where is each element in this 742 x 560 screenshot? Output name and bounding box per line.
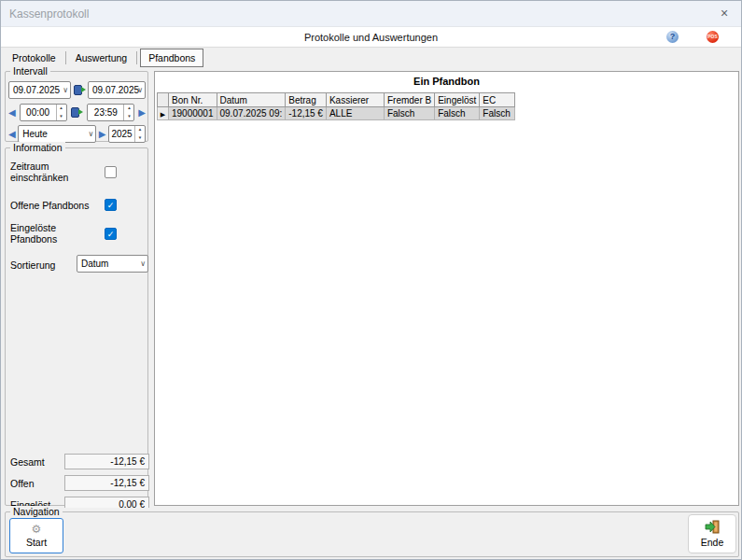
date-to-value: 09.07.2025	[92, 85, 139, 95]
next-period-button[interactable]: ▶	[99, 128, 106, 141]
ende-button[interactable]: Ende	[688, 514, 736, 553]
table-header-row: Bon Nr. Datum Betrag Kassierer Fremder B…	[158, 93, 515, 107]
chevron-down-icon: ∨	[137, 82, 143, 98]
column-header-bon-nr[interactable]: Bon Nr.	[169, 93, 217, 107]
help-icon[interactable]: ?	[666, 31, 679, 43]
spin-down-button[interactable]: ▼	[57, 113, 66, 121]
period-preset-value: Heute	[22, 129, 48, 139]
spinner-buttons[interactable]: ▲ ▼	[134, 126, 145, 142]
time-to-spinner[interactable]: 23:59 ▲ ▼	[87, 104, 134, 121]
window-title: Kassenprotokoll	[9, 7, 89, 21]
zeitraum-row: Zeitraum einschränken	[10, 161, 117, 183]
navigation-group-label: Navigation	[10, 506, 63, 517]
chevron-down-icon: ∨	[63, 82, 68, 98]
pfandbon-panel: Ein Pfandbon Bon Nr. Datum Betrag Kassie…	[154, 71, 739, 506]
spinner-buttons[interactable]: ▲ ▼	[123, 105, 133, 120]
bottom-bar: Navigation ⚙ Start Ende	[1, 508, 741, 560]
sortierung-value: Datum	[81, 259, 108, 269]
intervall-group-label: Intervall	[10, 65, 50, 77]
cell-datum: 09.07.2025 09:	[217, 107, 286, 120]
navigation-group: Navigation ⚙ Start Ende	[5, 511, 739, 557]
offen-field: -12,15 €	[64, 475, 149, 491]
tab-pfandbons[interactable]: Pfandbons	[140, 49, 203, 67]
next-day-button[interactable]: ▶	[138, 106, 146, 119]
row-selector-header	[158, 93, 169, 107]
time-from-value: 00:00	[21, 105, 56, 120]
column-header-betrag[interactable]: Betrag	[286, 93, 327, 107]
preset-row: ◀ Heute ∨ ▶ 2025 ▲ ▼	[8, 125, 146, 143]
information-group-label: Information	[10, 142, 65, 153]
date-from-value: 09.07.2025	[13, 85, 60, 95]
eingeloeste-pfandbons-checkbox[interactable]: ✓	[105, 228, 117, 240]
table-title: Ein Pfandbon	[155, 76, 738, 87]
spin-up-button[interactable]: ▲	[135, 126, 145, 134]
apply-date-icon[interactable]	[73, 84, 86, 96]
spin-up-button[interactable]: ▲	[124, 105, 133, 113]
pos-brand-icon: POS	[707, 31, 719, 43]
year-spinner[interactable]: 2025 ▲ ▼	[108, 125, 146, 143]
title-bar: Kassenprotokoll ×	[1, 1, 741, 27]
app-header: Protokolle und Auswertungen ? POS	[1, 27, 741, 48]
start-button[interactable]: ⚙ Start	[9, 518, 63, 553]
chevron-down-icon: ∨	[88, 126, 93, 142]
tab-bar: Protokolle Auswertung Pfandbons	[1, 48, 741, 68]
date-to-select[interactable]: 09.07.2025 ∨	[88, 81, 146, 99]
column-header-datum[interactable]: Datum	[217, 93, 286, 107]
cell-kassierer: ALLE	[326, 107, 384, 120]
sortierung-select[interactable]: Datum ∨	[77, 255, 148, 273]
spin-down-button[interactable]: ▼	[124, 113, 133, 121]
table-row[interactable]: ▶ 19000001 09.07.2025 09: -12,15 € ALLE …	[158, 107, 515, 120]
exit-door-icon	[705, 520, 720, 536]
ende-button-label: Ende	[701, 537, 724, 548]
tab-separator	[65, 51, 66, 64]
prev-day-button[interactable]: ◀	[8, 106, 16, 119]
tab-separator	[136, 51, 137, 64]
cell-bon-nr: 19000001	[169, 107, 217, 120]
checkbox-label: Zeitraum einschränken	[10, 161, 105, 183]
spinner-buttons[interactable]: ▲ ▼	[56, 105, 66, 120]
start-button-label: Start	[26, 537, 47, 548]
sortierung-label: Sortierung	[10, 259, 55, 271]
zeitraum-einschraenken-checkbox[interactable]	[105, 166, 117, 178]
column-header-eingeloest[interactable]: Eingelöst	[435, 93, 480, 107]
cell-eingeloest: Falsch	[435, 107, 480, 120]
checkbox-label: Eingelöste Pfandbons	[10, 222, 105, 245]
cell-betrag: -12,15 €	[286, 107, 327, 120]
date-row: 09.07.2025 ∨ 09.07.2025 ∨	[8, 81, 146, 99]
row-selector-cell: ▶	[158, 107, 169, 120]
prev-period-button[interactable]: ◀	[8, 128, 16, 141]
year-value: 2025	[109, 126, 134, 142]
apply-time-icon[interactable]	[70, 106, 83, 119]
gesamt-label: Gesamt	[10, 456, 64, 468]
column-header-kassierer[interactable]: Kassierer	[326, 93, 384, 107]
checkbox-label: Offene Pfandbons	[10, 200, 105, 211]
spin-down-button[interactable]: ▼	[135, 134, 145, 143]
time-to-value: 23:59	[88, 105, 123, 120]
cell-ec: Falsch	[480, 107, 515, 120]
offene-pfandbons-checkbox[interactable]: ✓	[105, 199, 117, 211]
current-row-marker-icon: ▶	[161, 111, 165, 118]
offen-row: Offen -12,15 €	[10, 475, 149, 491]
offen-label: Offen	[10, 478, 64, 489]
sidebar: Intervall 09.07.2025 ∨ 09.07.2025 ∨ ◀ 00…	[1, 68, 153, 508]
column-header-ec[interactable]: EC	[480, 93, 515, 107]
tab-protokolle[interactable]: Protokolle	[4, 49, 64, 67]
page-title: Protokolle und Auswertungen	[1, 32, 741, 43]
period-preset-select[interactable]: Heute ∨	[18, 125, 96, 143]
spin-up-button[interactable]: ▲	[57, 105, 66, 113]
close-icon[interactable]: ×	[716, 6, 733, 22]
tab-auswertung[interactable]: Auswertung	[67, 49, 135, 67]
gesamt-field: -12,15 €	[64, 454, 149, 469]
cell-fremder-bon: Falsch	[384, 107, 434, 120]
gear-icon: ⚙	[32, 524, 42, 536]
offene-row: Offene Pfandbons ✓	[10, 199, 117, 211]
date-from-select[interactable]: 09.07.2025 ∨	[8, 81, 71, 99]
intervall-group: Intervall 09.07.2025 ∨ 09.07.2025 ∨ ◀ 00…	[5, 71, 148, 142]
pfandbon-table: Bon Nr. Datum Betrag Kassierer Fremder B…	[157, 92, 515, 120]
chevron-down-icon: ∨	[140, 256, 146, 272]
column-header-fremder-bon[interactable]: Fremder B	[384, 93, 434, 107]
time-row: ◀ 00:00 ▲ ▼ 23:59 ▲ ▼ ▶	[8, 104, 146, 121]
kassenprotokoll-window: Kassenprotokoll × Protokolle und Auswert…	[0, 0, 742, 560]
time-from-spinner[interactable]: 00:00 ▲ ▼	[20, 104, 67, 121]
eingeloeste-row: Eingelöste Pfandbons ✓	[10, 222, 117, 245]
